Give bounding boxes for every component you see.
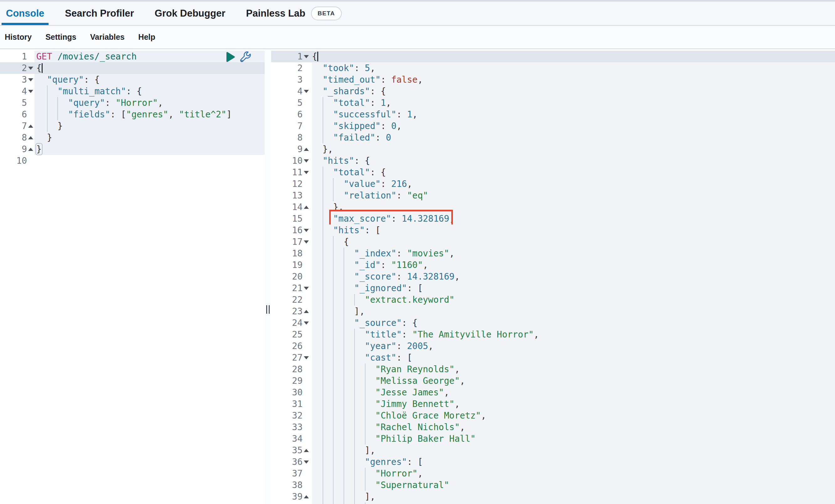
response-line-31[interactable]: 31 "Jimmy Bennett", <box>271 398 835 410</box>
menu-variables[interactable]: Variables <box>90 33 125 42</box>
panel-splitter[interactable] <box>265 49 271 504</box>
fold-close-icon[interactable] <box>28 125 33 128</box>
response-line-14[interactable]: 14 }, <box>271 201 835 213</box>
code-line[interactable]: "total": 1, <box>312 97 835 109</box>
code-line[interactable]: GET /movies/_search <box>35 51 265 62</box>
response-line-39[interactable]: 39 ], <box>271 491 835 502</box>
menu-settings[interactable]: Settings <box>45 33 77 42</box>
response-line-4[interactable]: 4 "_shards": { <box>271 85 835 97</box>
response-line-5[interactable]: 5 "total": 1, <box>271 97 835 109</box>
fold-close-icon[interactable] <box>304 148 309 151</box>
response-line-11[interactable]: 11 "total": { <box>271 167 835 178</box>
request-line-10[interactable]: 10 <box>0 155 265 167</box>
code-line[interactable]: "Melissa George", <box>312 375 835 386</box>
fold-toggle[interactable] <box>27 120 35 132</box>
response-line-36[interactable]: 36 "genres": [ <box>271 456 835 468</box>
code-line[interactable]: "successful": 1, <box>312 109 835 120</box>
fold-open-icon[interactable] <box>304 461 309 464</box>
code-line[interactable]: } <box>35 120 265 132</box>
response-line-32[interactable]: 32 "Chloë Grace Moretz", <box>271 410 835 421</box>
code-line[interactable]: ], <box>312 444 835 456</box>
request-line-7[interactable]: 7 } <box>0 120 265 132</box>
tab-painless-lab[interactable]: Painless Lab BETA <box>242 2 346 25</box>
tab-grok-debugger[interactable]: Grok Debugger <box>150 2 230 25</box>
code-line[interactable]: "relation": "eq" <box>312 190 835 201</box>
fold-open-icon[interactable] <box>304 90 309 93</box>
code-line[interactable]: "multi_match": { <box>35 85 265 97</box>
fold-open-icon[interactable] <box>304 229 309 232</box>
response-line-20[interactable]: 20 "_score": 14.328169, <box>271 271 835 282</box>
fold-toggle[interactable] <box>303 236 310 248</box>
code-line[interactable]: "max_score": 14.328169, <box>312 213 835 225</box>
request-line-8[interactable]: 8 } <box>0 132 265 143</box>
request-line-5[interactable]: 5 "query": "Horror", <box>0 97 265 109</box>
response-line-2[interactable]: 2 "took": 5, <box>271 62 835 74</box>
request-line-4[interactable]: 4 "multi_match": { <box>0 85 265 97</box>
code-line[interactable]: "Supernatural" <box>312 479 835 491</box>
fold-toggle[interactable] <box>303 317 310 329</box>
response-line-34[interactable]: 34 "Philip Baker Hall" <box>271 433 835 444</box>
response-line-24[interactable]: 24 "_source": { <box>271 317 835 329</box>
tab-search-profiler[interactable]: Search Profiler <box>60 2 139 25</box>
request-editor[interactable]: 1GET /movies/_search2{3 "query": {4 "mul… <box>0 49 265 504</box>
response-line-33[interactable]: 33 "Rachel Nichols", <box>271 421 835 433</box>
response-line-12[interactable]: 12 "value": 216, <box>271 178 835 190</box>
code-line[interactable]: "total": { <box>312 167 835 178</box>
response-line-25[interactable]: 25 "title": "The Amityville Horror", <box>271 329 835 340</box>
response-line-37[interactable]: 37 "Horror", <box>271 468 835 479</box>
code-line[interactable]: "_id": "1160", <box>312 259 835 271</box>
code-line[interactable]: "Ryan Reynolds", <box>312 363 835 375</box>
menu-help[interactable]: Help <box>139 33 155 42</box>
code-line[interactable]: ], <box>312 306 835 317</box>
code-line[interactable]: }, <box>312 143 835 155</box>
response-line-17[interactable]: 17 { <box>271 236 835 248</box>
fold-close-icon[interactable] <box>304 449 309 452</box>
response-line-38[interactable]: 38 "Supernatural" <box>271 479 835 491</box>
fold-toggle[interactable] <box>303 352 310 363</box>
request-line-2[interactable]: 2{ <box>0 62 265 74</box>
code-line[interactable]: "took": 5, <box>312 62 835 74</box>
code-line[interactable]: "year": 2005, <box>312 340 835 352</box>
splitter-handle-icon[interactable] <box>266 305 270 314</box>
fold-open-icon[interactable] <box>304 171 309 174</box>
code-line[interactable]: } <box>35 143 265 155</box>
response-line-8[interactable]: 8 "failed": 0 <box>271 132 835 143</box>
response-line-28[interactable]: 28 "Ryan Reynolds", <box>271 363 835 375</box>
fold-toggle[interactable] <box>303 201 310 213</box>
fold-open-icon[interactable] <box>304 55 309 58</box>
response-line-30[interactable]: 30 "Jesse James", <box>271 386 835 398</box>
fold-close-icon[interactable] <box>304 206 309 209</box>
code-line[interactable]: "Chloë Grace Moretz", <box>312 410 835 421</box>
code-line[interactable]: "query": "Horror", <box>35 97 265 109</box>
fold-toggle[interactable] <box>303 306 310 317</box>
response-editor[interactable]: 1{2 "took": 5,3 "timed_out": false,4 "_s… <box>271 49 835 504</box>
fold-close-icon[interactable] <box>28 136 33 139</box>
response-line-26[interactable]: 26 "year": 2005, <box>271 340 835 352</box>
fold-toggle[interactable] <box>303 456 310 468</box>
code-line[interactable]: "cast": [ <box>312 352 835 363</box>
fold-toggle[interactable] <box>303 225 310 236</box>
code-line[interactable]: ], <box>312 491 835 502</box>
code-line[interactable]: "timed_out": false, <box>312 74 835 85</box>
code-line[interactable]: "_ignored": [ <box>312 282 835 294</box>
response-line-23[interactable]: 23 ], <box>271 306 835 317</box>
response-line-overflow[interactable] <box>271 502 835 504</box>
code-line[interactable]: "_index": "movies", <box>312 248 835 259</box>
request-line-6[interactable]: 6 "fields": ["genres", "title^2"] <box>0 109 265 120</box>
tab-console[interactable]: Console <box>2 2 48 25</box>
request-line-1[interactable]: 1GET /movies/_search <box>0 51 265 62</box>
fold-open-icon[interactable] <box>28 90 33 93</box>
code-line[interactable]: "title": "The Amityville Horror", <box>312 329 835 340</box>
code-line[interactable]: "hits": [ <box>312 225 835 236</box>
response-line-1[interactable]: 1{ <box>271 51 835 62</box>
fold-toggle[interactable] <box>303 85 310 97</box>
fold-close-icon[interactable] <box>304 495 309 498</box>
code-line[interactable]: "fields": ["genres", "title^2"] <box>35 109 265 120</box>
code-line[interactable] <box>35 155 265 167</box>
response-line-16[interactable]: 16 "hits": [ <box>271 225 835 236</box>
menu-history[interactable]: History <box>5 33 32 42</box>
response-line-18[interactable]: 18 "_index": "movies", <box>271 248 835 259</box>
code-line[interactable]: "value": 216, <box>312 178 835 190</box>
fold-toggle[interactable] <box>27 74 35 85</box>
code-line[interactable]: "_shards": { <box>312 85 835 97</box>
